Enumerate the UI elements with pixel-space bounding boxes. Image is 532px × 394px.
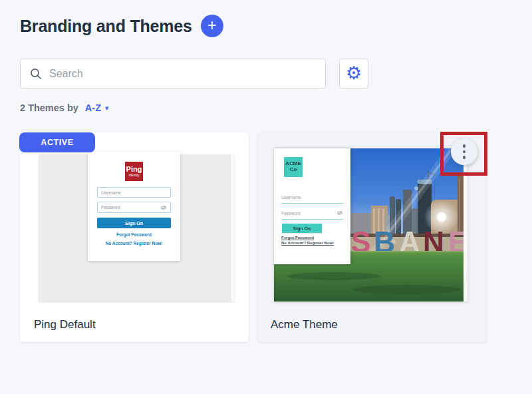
sort-bar: 2 Themes by A-Z ▾ bbox=[20, 102, 109, 113]
sort-value: A-Z bbox=[85, 102, 101, 113]
password-placeholder: Password bbox=[101, 205, 160, 210]
theme-name: Acme Theme bbox=[271, 318, 338, 331]
preview-register-link: No Account? Register Now! bbox=[88, 241, 180, 246]
preview-scrollbar bbox=[464, 148, 467, 301]
login-form-preview: Ping Identity Username Password Sign On … bbox=[88, 152, 180, 261]
active-badge: ACTIVE bbox=[19, 132, 95, 152]
preview-sign-on-button: Sign On bbox=[282, 224, 322, 233]
preview-forgot-password-link: Forgot Password bbox=[88, 232, 180, 237]
page-title: Branding and Themes bbox=[20, 17, 192, 36]
gear-icon: ⚙ bbox=[346, 65, 362, 83]
login-form-preview: ACME Co Username Password Sign On Forgot… bbox=[274, 148, 350, 264]
themes-count-label: 2 Themes by bbox=[20, 102, 78, 113]
more-options-button[interactable] bbox=[451, 138, 477, 165]
search-icon bbox=[30, 68, 42, 80]
logo-text: Ping bbox=[126, 166, 142, 173]
logo-subtext: Identity bbox=[128, 174, 139, 177]
preview-sign-on-button: Sign On bbox=[97, 218, 171, 228]
preview-register-link: No Account? Register Now! bbox=[281, 241, 334, 245]
preview-password-field: Password bbox=[97, 202, 171, 213]
ping-identity-logo: Ping Identity bbox=[125, 162, 143, 181]
page-header: Branding and Themes + bbox=[20, 15, 223, 37]
kebab-dot bbox=[463, 150, 466, 154]
eye-slash-icon bbox=[160, 205, 167, 210]
search-box bbox=[20, 59, 326, 89]
theme-preview-ping-default: Ping Identity Username Password Sign On … bbox=[39, 154, 235, 301]
preview-forgot-password-link: Forgot Password bbox=[281, 236, 314, 240]
eye-slash-icon bbox=[336, 210, 343, 216]
username-placeholder: Username bbox=[281, 195, 301, 200]
theme-preview-acme: S B A N E ACME Co Username bbox=[274, 148, 467, 301]
chevron-down-icon: ▾ bbox=[105, 104, 109, 112]
search-input[interactable] bbox=[49, 68, 316, 80]
acme-logo: ACME Co bbox=[284, 157, 303, 177]
plus-icon: + bbox=[207, 18, 216, 33]
add-theme-button[interactable]: + bbox=[201, 15, 223, 37]
preview-username-field: Username bbox=[281, 195, 343, 204]
preview-username-field: Username bbox=[97, 187, 171, 198]
theme-name: Ping Default bbox=[34, 318, 96, 331]
theme-card-ping-default[interactable]: ACTIVE Ping Identity Username Password bbox=[20, 132, 249, 342]
branding-themes-page: Branding and Themes + ⚙ 2 Themes by A-Z … bbox=[0, 0, 532, 394]
logo-subtext: Co bbox=[290, 167, 297, 173]
username-placeholder: Username bbox=[101, 190, 167, 195]
sort-dropdown[interactable]: A-Z ▾ bbox=[85, 102, 109, 113]
settings-button[interactable]: ⚙ bbox=[339, 59, 368, 89]
password-placeholder: Password bbox=[281, 211, 336, 216]
preview-scrollbar bbox=[230, 154, 235, 301]
kebab-dot bbox=[463, 144, 466, 148]
preview-password-field: Password bbox=[281, 210, 343, 220]
theme-card-acme[interactable]: S B A N E ACME Co Username bbox=[257, 132, 486, 342]
kebab-dot bbox=[463, 156, 466, 159]
